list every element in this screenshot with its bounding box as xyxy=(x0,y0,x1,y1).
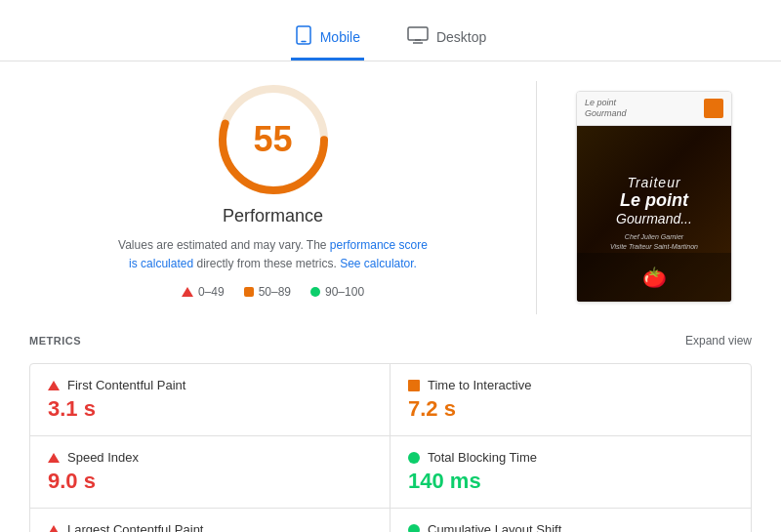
metric-cls: Cumulative Layout Shift 0 xyxy=(390,509,751,532)
metric-tbt: Total Blocking Time 140 ms xyxy=(390,436,751,509)
svg-rect-2 xyxy=(408,27,428,40)
good-icon xyxy=(310,287,320,297)
title-line2: Le point xyxy=(610,190,698,211)
metrics-section: METRICS Expand view First Contentful Pai… xyxy=(0,334,781,532)
si-value: 9.0 s xyxy=(48,469,372,494)
fcp-indicator xyxy=(48,381,60,390)
screenshot-header: Le point Gourmand xyxy=(577,92,731,126)
screenshot-card: Le point Gourmand Traiteur Le point Gour… xyxy=(576,91,732,303)
orange-box xyxy=(704,99,723,118)
metric-si: Speed Index 9.0 s xyxy=(30,436,390,509)
metric-fcp-header: First Contentful Paint xyxy=(48,378,372,392)
screenshot-subtitle: Chef Julien Garnier Visite Traiteur Sain… xyxy=(610,232,698,252)
legend-good: 90–100 xyxy=(310,285,364,299)
cls-indicator xyxy=(408,524,420,532)
legend-good-label: 90–100 xyxy=(325,285,364,299)
score-note: Values are estimated and may vary. The p… xyxy=(117,236,430,273)
legend: 0–49 50–89 90–100 xyxy=(182,285,364,299)
metric-si-header: Speed Index xyxy=(48,450,372,465)
metrics-title: METRICS xyxy=(29,335,81,347)
metrics-grid: First Contentful Paint 3.1 s Time to Int… xyxy=(29,363,752,532)
tti-name: Time to Interactive xyxy=(428,378,531,392)
metric-lcp-header: Largest Contentful Paint xyxy=(48,522,372,532)
screenshot-logo: Le point Gourmand xyxy=(585,98,627,119)
metric-tti-header: Time to Interactive xyxy=(408,378,733,392)
screenshot-text: Traiteur Le point Gourmand... Chef Julie… xyxy=(610,175,698,252)
score-value: 55 xyxy=(253,119,292,160)
tab-mobile-label: Mobile xyxy=(320,29,360,45)
right-panel: Le point Gourmand Traiteur Le point Gour… xyxy=(556,81,752,314)
bad-icon xyxy=(182,287,193,297)
main-content: 55 Performance Values are estimated and … xyxy=(0,61,781,334)
legend-bad-label: 0–49 xyxy=(198,285,225,299)
tti-indicator xyxy=(408,380,420,391)
fcp-value: 3.1 s xyxy=(48,396,372,422)
screenshot-image: Traiteur Le point Gourmand... Chef Julie… xyxy=(577,126,731,302)
metric-tbt-header: Total Blocking Time xyxy=(408,450,733,465)
left-panel: 55 Performance Values are estimated and … xyxy=(29,81,537,314)
metric-cls-header: Cumulative Layout Shift xyxy=(408,522,733,532)
si-indicator xyxy=(48,453,60,463)
tab-mobile[interactable]: Mobile xyxy=(291,16,364,61)
legend-average: 50–89 xyxy=(244,285,291,299)
fcp-name: First Contentful Paint xyxy=(67,378,185,392)
calculator-link[interactable]: See calculator. xyxy=(340,257,417,270)
metric-fcp: First Contentful Paint 3.1 s xyxy=(30,364,390,436)
screenshot-bottom: 🍅 xyxy=(577,253,731,302)
title-line1: Traiteur xyxy=(610,175,698,190)
desktop-icon xyxy=(407,26,429,47)
metric-tti: Time to Interactive 7.2 s xyxy=(390,364,751,436)
tbt-name: Total Blocking Time xyxy=(428,450,537,465)
tbt-value: 140 ms xyxy=(408,469,733,494)
lcp-name: Largest Contentful Paint xyxy=(67,522,203,532)
metric-lcp: Largest Contentful Paint 8.8 s xyxy=(30,509,390,532)
si-name: Speed Index xyxy=(67,450,139,465)
mobile-icon xyxy=(295,25,312,48)
score-label: Performance xyxy=(223,206,323,226)
score-section: 55 Performance Values are estimated and … xyxy=(29,81,516,299)
expand-view-button[interactable]: Expand view xyxy=(685,334,752,348)
score-circle: 55 xyxy=(215,81,332,198)
tbt-indicator xyxy=(408,452,420,464)
tab-desktop-label: Desktop xyxy=(436,29,486,45)
tti-value: 7.2 s xyxy=(408,396,733,422)
legend-bad: 0–49 xyxy=(182,285,225,299)
legend-average-label: 50–89 xyxy=(259,285,291,299)
average-icon xyxy=(244,287,254,297)
cls-name: Cumulative Layout Shift xyxy=(428,522,561,532)
tab-desktop[interactable]: Desktop xyxy=(403,17,490,60)
metrics-header: METRICS Expand view xyxy=(29,334,752,351)
food-icon: 🍅 xyxy=(642,266,667,289)
lcp-indicator xyxy=(48,525,60,532)
title-line3: Gourmand... xyxy=(610,211,698,226)
tab-bar: Mobile Desktop xyxy=(0,0,781,61)
